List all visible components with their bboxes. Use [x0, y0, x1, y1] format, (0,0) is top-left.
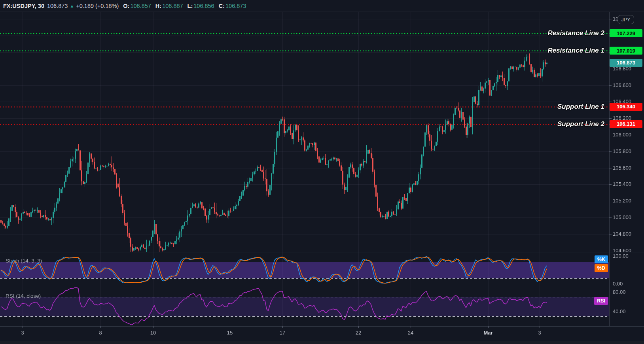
resistance-price-badge: 107.229 [610, 29, 642, 37]
time-axis-label: 3 [21, 330, 24, 336]
resistance-price-badge: 107.019 [610, 47, 642, 55]
resistance-line-1-label[interactable]: Resistance Line 1 [547, 46, 604, 55]
price-axis-tick: 105.000 [613, 214, 631, 220]
time-axis-label: 22 [356, 330, 361, 336]
stoch-scale-high: 100.00 [613, 253, 629, 259]
window-edge [0, 341, 644, 344]
price-axis-tick: 105.200 [613, 198, 631, 204]
price-axis-tick: 104.600 [613, 248, 631, 253]
price-axis-tick: 106.600 [613, 82, 631, 88]
price-axis-tick: 105.600 [613, 165, 631, 171]
high-value: 106.887 [162, 3, 183, 9]
price-axis-tick: 105.800 [613, 148, 631, 154]
close-label: C: [219, 3, 225, 9]
price-change: +0.189 (+0.18%) [76, 3, 119, 9]
open-value: 106.857 [130, 3, 151, 9]
time-axis-label: 3 [538, 330, 541, 336]
chart-window: FX:USDJPY, 30 106.873 ▲ +0.189 (+0.18%) … [0, 0, 644, 344]
support-price-badge: 106.131 [610, 120, 642, 128]
rsi-badge: RSI [594, 297, 608, 305]
support-line-2-label[interactable]: Support Line 2 [557, 120, 604, 129]
price-axis-tick: 106.000 [613, 132, 631, 138]
symbol-info-bar[interactable]: FX:USDJPY, 30 106.873 ▲ +0.189 (+0.18%) … [0, 0, 644, 12]
low-value: 106.856 [193, 3, 214, 9]
high-label: H: [155, 3, 161, 9]
current-price-badge: 106.873 [610, 59, 642, 67]
open-label: O: [123, 3, 129, 9]
price-axis-tick: 104.800 [613, 231, 631, 237]
support-line-1-label[interactable]: Support Line 1 [557, 102, 604, 111]
rsi-scale-low: 40.00 [613, 308, 626, 314]
rsi-scale-high: 80.00 [613, 289, 626, 295]
support-price-badge: 106.340 [610, 103, 642, 111]
price-axis-tick: 105.400 [613, 181, 631, 187]
time-axis-label: 10 [150, 330, 156, 336]
resistance-line-2-label[interactable]: Resistance Line 2 [547, 29, 604, 38]
stoch-indicator-label[interactable]: Stoch (14, 3, 3) [6, 258, 42, 264]
stoch-d-badge: %D [595, 264, 608, 272]
time-axis-label: Mar [483, 330, 492, 336]
rsi-indicator-label[interactable]: RSI (14, close) [6, 293, 41, 299]
up-arrow-icon: ▲ [70, 4, 74, 8]
symbol-title[interactable]: FX:USDJPY, 30 [3, 3, 44, 9]
currency-unit-button[interactable]: JPY [617, 15, 634, 24]
time-axis-label: 8 [99, 330, 102, 336]
time-axis-label: 17 [280, 330, 285, 336]
stoch-k-badge: %K [595, 255, 608, 263]
stoch-scale-low: 0.00 [613, 281, 623, 287]
time-axis-label: 15 [227, 330, 233, 336]
low-label: L: [188, 3, 193, 9]
close-value: 106.873 [225, 3, 246, 9]
time-axis-label: 24 [408, 330, 413, 336]
last-price: 106.873 [47, 3, 68, 9]
